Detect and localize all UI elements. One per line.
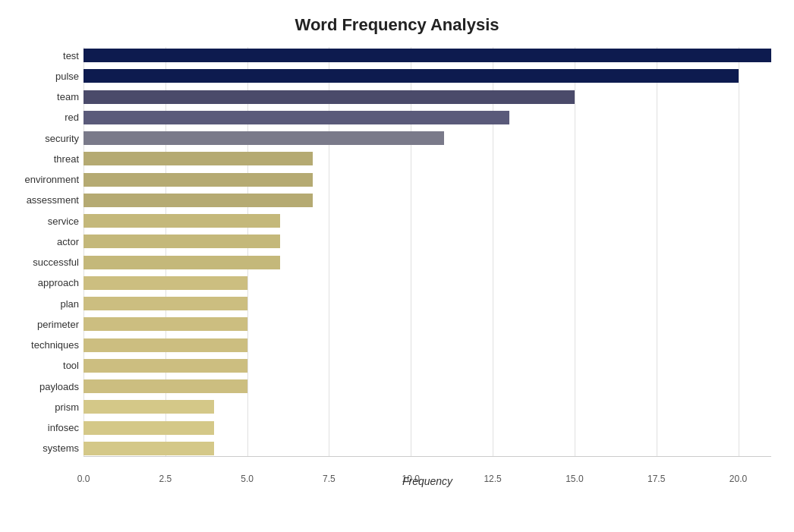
x-tick-label: 7.5: [323, 474, 336, 484]
bar: [83, 338, 247, 352]
x-tick-label: 5.0: [241, 474, 254, 484]
bar: [83, 194, 313, 207]
bar-label: techniques: [0, 339, 79, 351]
bar: [83, 131, 444, 145]
bar-label: red: [0, 112, 79, 123]
bar-row: plan: [83, 295, 771, 312]
chart-title: Word Frequency Analysis: [23, 15, 771, 35]
x-tick-label: 17.5: [647, 474, 665, 484]
x-tick-label: 15.0: [566, 474, 583, 484]
bar-label: team: [0, 91, 79, 102]
bar-row: service: [83, 212, 771, 229]
bar-label: environment: [0, 174, 79, 185]
bar: [83, 442, 214, 455]
bar: [83, 69, 739, 83]
bar: [83, 317, 247, 331]
bar-row: infosec: [83, 420, 771, 436]
x-tick-label: 20.0: [729, 474, 747, 484]
bar: [83, 276, 247, 290]
bar-label: test: [0, 50, 79, 61]
chart-container: Word Frequency Analysis testpulseteamred…: [0, 0, 794, 532]
bar-label: infosec: [0, 422, 79, 433]
bar-label: approach: [0, 277, 79, 288]
bar: [83, 256, 280, 269]
bar-row: payloads: [83, 378, 771, 395]
bar-row: test: [83, 47, 771, 64]
bar: [83, 49, 771, 62]
bar-row: approach: [83, 275, 771, 291]
bar: [83, 214, 280, 228]
bar-row: environment: [83, 172, 771, 188]
x-tick-label: 2.5: [159, 474, 172, 484]
bar-label: perimeter: [0, 319, 79, 330]
x-tick-label: 0.0: [77, 474, 90, 484]
bar-row: systems: [83, 440, 771, 457]
bar-row: threat: [83, 150, 771, 167]
bar: [83, 173, 313, 187]
bar: [83, 235, 280, 248]
x-tick-label: 12.5: [484, 474, 501, 484]
bar-label: service: [0, 216, 79, 227]
bar-label: actor: [0, 236, 79, 247]
bar-row: actor: [83, 233, 771, 250]
bar-label: pulse: [0, 71, 79, 82]
bar: [83, 359, 247, 373]
bars-wrapper: testpulseteamredsecuritythreatenvironmen…: [83, 47, 771, 457]
bar-row: red: [83, 109, 771, 126]
bar: [83, 400, 214, 414]
bar-label: systems: [0, 442, 79, 454]
bar: [83, 421, 214, 435]
bar-label: security: [0, 133, 79, 144]
bar-row: security: [83, 130, 771, 146]
bar-label: plan: [0, 298, 79, 310]
bar-label: threat: [0, 153, 79, 165]
bar-row: prism: [83, 398, 771, 415]
bar-row: successful: [83, 254, 771, 271]
bar-label: payloads: [0, 381, 79, 392]
bar: [83, 297, 247, 310]
bar: [83, 379, 247, 393]
bar-row: pulse: [83, 68, 771, 84]
bar-row: assessment: [83, 192, 771, 209]
bar: [83, 152, 313, 165]
bar-label: tool: [0, 360, 79, 371]
bar-row: team: [83, 89, 771, 105]
bar-label: assessment: [0, 194, 79, 206]
bar: [83, 90, 575, 104]
bar: [83, 111, 509, 124]
bar-label: prism: [0, 401, 79, 413]
bar-row: perimeter: [83, 316, 771, 332]
x-axis-label: Frequency: [402, 475, 452, 487]
chart-area: testpulseteamredsecuritythreatenvironmen…: [83, 47, 771, 487]
bar-row: techniques: [83, 337, 771, 354]
bar-label: successful: [0, 257, 79, 268]
bar-row: tool: [83, 357, 771, 374]
